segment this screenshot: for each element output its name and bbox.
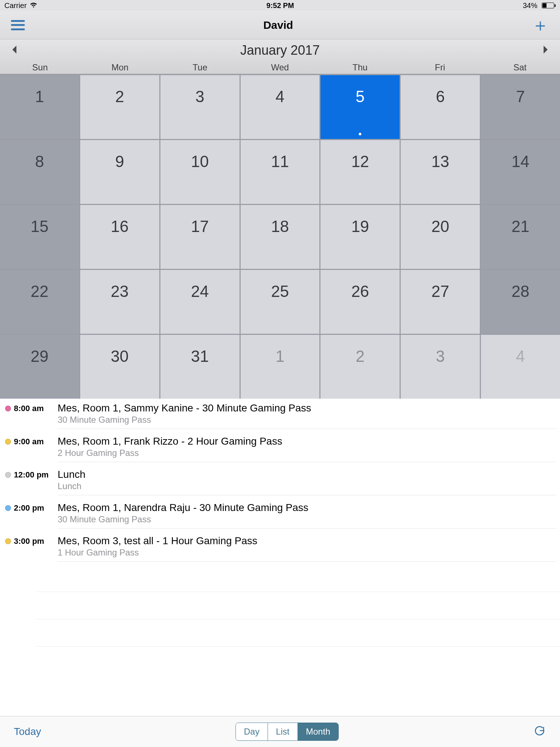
calendar-day[interactable]: 23 bbox=[80, 270, 159, 334]
calendar-day[interactable]: 15 bbox=[0, 205, 79, 269]
weekday-header: SunMonTueWedThuFriSat bbox=[0, 61, 560, 74]
weekday-label: Tue bbox=[160, 61, 240, 74]
calendar-day[interactable]: 24 bbox=[160, 270, 240, 334]
event-time: 12:00 pm bbox=[14, 470, 48, 480]
carrier-label: Carrier bbox=[4, 1, 27, 10]
empty-row bbox=[36, 592, 560, 619]
calendar-day[interactable]: 8 bbox=[0, 140, 79, 204]
calendar-day[interactable]: 31 bbox=[160, 335, 240, 399]
calendar-day[interactable]: 7 bbox=[481, 75, 560, 139]
calendar-day[interactable]: 30 bbox=[80, 335, 159, 399]
month-header: January 2017 bbox=[0, 39, 560, 61]
calendar-day[interactable]: 27 bbox=[401, 270, 480, 334]
event-title: Mes, Room 1, Sammy Kanine - 30 Minute Ga… bbox=[58, 402, 556, 414]
event-time: 9:00 am bbox=[14, 437, 44, 446]
empty-row bbox=[36, 565, 560, 592]
event-subtitle: 2 Hour Gaming Pass bbox=[58, 448, 556, 458]
weekday-label: Fri bbox=[400, 61, 480, 74]
view-segment: DayListMonth bbox=[236, 723, 339, 741]
segment-day[interactable]: Day bbox=[236, 723, 268, 740]
battery-icon bbox=[540, 3, 556, 8]
calendar-day[interactable]: 1 bbox=[241, 335, 320, 399]
calendar-day[interactable]: 28 bbox=[481, 270, 560, 334]
event-time: 3:00 pm bbox=[14, 537, 44, 546]
calendar-day[interactable]: 11 bbox=[241, 140, 320, 204]
calendar-day[interactable]: 3 bbox=[401, 335, 480, 399]
calendar-day[interactable]: 9 bbox=[80, 140, 159, 204]
weekday-label: Wed bbox=[240, 61, 320, 74]
calendar-day[interactable]: 18 bbox=[241, 205, 320, 269]
event-title: Mes, Room 3, test all - 1 Hour Gaming Pa… bbox=[58, 535, 556, 547]
calendar-day[interactable]: 29 bbox=[0, 335, 79, 399]
month-title: January 2017 bbox=[240, 43, 320, 58]
calendar-day[interactable]: 17 bbox=[160, 205, 240, 269]
page-title: David bbox=[263, 19, 293, 31]
calendar-day[interactable]: 14 bbox=[481, 140, 560, 204]
calendar-day[interactable]: 2 bbox=[320, 335, 400, 399]
calendar-day[interactable]: 2 bbox=[80, 75, 159, 139]
wifi-icon bbox=[30, 1, 38, 10]
event-color-dot bbox=[5, 505, 11, 511]
empty-row bbox=[36, 619, 560, 647]
event-subtitle: Lunch bbox=[58, 481, 556, 491]
weekday-label: Sun bbox=[0, 61, 80, 74]
next-month-button[interactable] bbox=[542, 45, 549, 56]
calendar-day[interactable]: 4 bbox=[241, 75, 320, 139]
add-button[interactable]: ＋ bbox=[532, 16, 549, 34]
calendar-day[interactable]: 6 bbox=[401, 75, 480, 139]
calendar-day[interactable]: 19 bbox=[320, 205, 400, 269]
event-color-dot bbox=[5, 472, 11, 478]
calendar-day[interactable]: 10 bbox=[160, 140, 240, 204]
event-row[interactable]: 12:00 pmLunchLunch bbox=[0, 465, 560, 498]
menu-icon[interactable] bbox=[11, 20, 25, 30]
event-list[interactable]: 8:00 amMes, Room 1, Sammy Kanine - 30 Mi… bbox=[0, 399, 560, 734]
battery-percent: 34% bbox=[523, 1, 537, 10]
calendar-day[interactable]: 22 bbox=[0, 270, 79, 334]
segment-month[interactable]: Month bbox=[298, 723, 338, 740]
calendar-day[interactable]: 4 bbox=[481, 335, 560, 399]
event-subtitle: 30 Minute Gaming Pass bbox=[58, 415, 556, 425]
weekday-label: Sat bbox=[480, 61, 560, 74]
nav-bar: David ＋ bbox=[0, 11, 560, 39]
status-bar: Carrier 9:52 PM 34% bbox=[0, 0, 560, 11]
bottom-toolbar: Today DayListMonth bbox=[0, 716, 560, 747]
refresh-button[interactable] bbox=[533, 724, 546, 739]
weekday-label: Thu bbox=[320, 61, 400, 74]
event-color-dot bbox=[5, 406, 11, 411]
calendar-day[interactable]: 25 bbox=[241, 270, 320, 334]
segment-list[interactable]: List bbox=[268, 723, 298, 740]
calendar-day[interactable]: 13 bbox=[401, 140, 480, 204]
event-title: Mes, Room 1, Frank Rizzo - 2 Hour Gaming… bbox=[58, 436, 556, 447]
calendar-day[interactable]: 20 bbox=[401, 205, 480, 269]
event-row[interactable]: 3:00 pmMes, Room 3, test all - 1 Hour Ga… bbox=[0, 531, 560, 565]
event-time: 2:00 pm bbox=[14, 503, 44, 513]
event-row[interactable]: 8:00 amMes, Room 1, Sammy Kanine - 30 Mi… bbox=[0, 399, 560, 432]
event-row[interactable]: 2:00 pmMes, Room 1, Narendra Raju - 30 M… bbox=[0, 498, 560, 531]
calendar-day[interactable]: 21 bbox=[481, 205, 560, 269]
event-title: Lunch bbox=[58, 469, 556, 480]
event-color-dot bbox=[5, 439, 11, 445]
calendar-day[interactable]: 3 bbox=[160, 75, 240, 139]
event-color-dot bbox=[5, 538, 11, 544]
event-row[interactable]: 9:00 amMes, Room 1, Frank Rizzo - 2 Hour… bbox=[0, 432, 560, 465]
prev-month-button[interactable] bbox=[11, 45, 18, 56]
today-button[interactable]: Today bbox=[14, 726, 41, 738]
event-subtitle: 30 Minute Gaming Pass bbox=[58, 514, 556, 525]
event-subtitle: 1 Hour Gaming Pass bbox=[58, 547, 556, 558]
calendar-day[interactable]: 26 bbox=[320, 270, 400, 334]
calendar-day[interactable]: 12 bbox=[320, 140, 400, 204]
calendar-grid: 1234567891011121314151617181920212223242… bbox=[0, 74, 560, 399]
calendar-day[interactable]: 16 bbox=[80, 205, 159, 269]
calendar-day[interactable]: 1 bbox=[0, 75, 79, 139]
event-time: 8:00 am bbox=[14, 404, 44, 413]
weekday-label: Mon bbox=[80, 61, 160, 74]
event-title: Mes, Room 1, Narendra Raju - 30 Minute G… bbox=[58, 502, 556, 514]
status-time: 9:52 PM bbox=[267, 1, 294, 10]
calendar-day[interactable]: 5 bbox=[320, 75, 400, 139]
